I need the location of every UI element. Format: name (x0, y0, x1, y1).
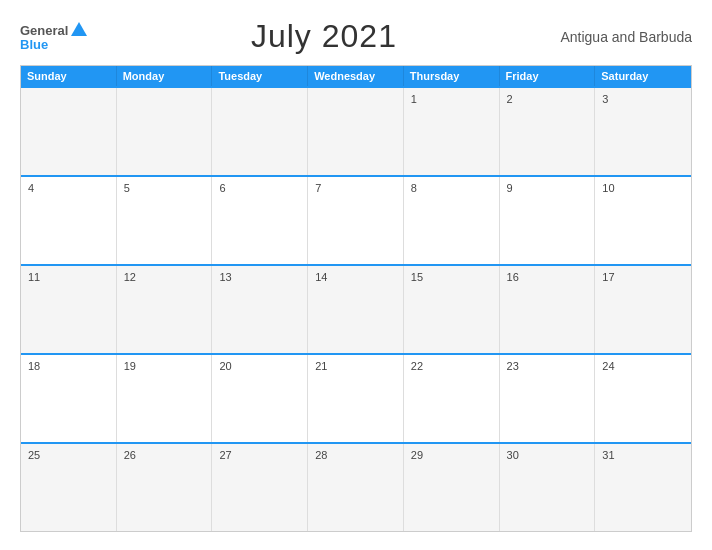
day-cell: 5 (117, 177, 213, 264)
day-cell: 9 (500, 177, 596, 264)
day-number: 11 (28, 271, 109, 283)
day-number: 20 (219, 360, 300, 372)
day-number: 13 (219, 271, 300, 283)
day-cell (21, 88, 117, 175)
day-header-friday: Friday (500, 66, 596, 86)
day-number: 21 (315, 360, 396, 372)
day-cell: 27 (212, 444, 308, 531)
day-cell (117, 88, 213, 175)
logo-blue-text: Blue (20, 38, 87, 51)
day-cell: 25 (21, 444, 117, 531)
day-cell: 22 (404, 355, 500, 442)
country-name: Antigua and Barbuda (560, 29, 692, 45)
day-number: 4 (28, 182, 109, 194)
day-number: 26 (124, 449, 205, 461)
day-cell: 10 (595, 177, 691, 264)
week-row-5: 25262728293031 (21, 442, 691, 531)
day-cell: 30 (500, 444, 596, 531)
days-header-row: SundayMondayTuesdayWednesdayThursdayFrid… (21, 66, 691, 86)
logo-text-stack: General Blue (20, 22, 87, 51)
day-header-monday: Monday (117, 66, 213, 86)
day-number: 27 (219, 449, 300, 461)
day-cell: 15 (404, 266, 500, 353)
day-number: 31 (602, 449, 684, 461)
day-number: 7 (315, 182, 396, 194)
calendar: SundayMondayTuesdayWednesdayThursdayFrid… (20, 65, 692, 532)
day-cell: 24 (595, 355, 691, 442)
day-number: 3 (602, 93, 684, 105)
logo: General Blue (20, 22, 87, 51)
day-number: 23 (507, 360, 588, 372)
logo-general-text: General (20, 24, 68, 37)
day-number: 19 (124, 360, 205, 372)
day-cell: 16 (500, 266, 596, 353)
day-cell: 31 (595, 444, 691, 531)
day-cell: 7 (308, 177, 404, 264)
day-cell: 2 (500, 88, 596, 175)
day-number: 14 (315, 271, 396, 283)
day-header-tuesday: Tuesday (212, 66, 308, 86)
day-number: 29 (411, 449, 492, 461)
day-cell: 21 (308, 355, 404, 442)
day-number: 6 (219, 182, 300, 194)
logo-triangle-icon (71, 22, 87, 36)
week-row-1: 123 (21, 86, 691, 175)
month-title: July 2021 (251, 18, 397, 55)
day-cell: 28 (308, 444, 404, 531)
day-number: 22 (411, 360, 492, 372)
day-number: 25 (28, 449, 109, 461)
day-number: 30 (507, 449, 588, 461)
day-cell: 26 (117, 444, 213, 531)
day-number: 24 (602, 360, 684, 372)
day-cell: 14 (308, 266, 404, 353)
day-number: 2 (507, 93, 588, 105)
day-cell: 3 (595, 88, 691, 175)
day-number: 16 (507, 271, 588, 283)
day-header-wednesday: Wednesday (308, 66, 404, 86)
day-cell: 8 (404, 177, 500, 264)
day-number: 5 (124, 182, 205, 194)
day-number: 9 (507, 182, 588, 194)
day-number: 1 (411, 93, 492, 105)
day-cell: 1 (404, 88, 500, 175)
day-cell: 6 (212, 177, 308, 264)
weeks-container: 1234567891011121314151617181920212223242… (21, 86, 691, 531)
day-number: 18 (28, 360, 109, 372)
day-number: 8 (411, 182, 492, 194)
day-cell: 18 (21, 355, 117, 442)
day-cell: 11 (21, 266, 117, 353)
day-cell: 29 (404, 444, 500, 531)
day-cell (308, 88, 404, 175)
day-cell (212, 88, 308, 175)
week-row-2: 45678910 (21, 175, 691, 264)
day-number: 15 (411, 271, 492, 283)
page: General Blue July 2021 Antigua and Barbu… (0, 0, 712, 550)
day-cell: 13 (212, 266, 308, 353)
day-number: 10 (602, 182, 684, 194)
day-header-sunday: Sunday (21, 66, 117, 86)
day-cell: 12 (117, 266, 213, 353)
week-row-3: 11121314151617 (21, 264, 691, 353)
day-cell: 20 (212, 355, 308, 442)
day-cell: 17 (595, 266, 691, 353)
day-header-thursday: Thursday (404, 66, 500, 86)
day-number: 17 (602, 271, 684, 283)
header: General Blue July 2021 Antigua and Barbu… (20, 18, 692, 55)
day-cell: 23 (500, 355, 596, 442)
day-header-saturday: Saturday (595, 66, 691, 86)
week-row-4: 18192021222324 (21, 353, 691, 442)
day-number: 12 (124, 271, 205, 283)
day-cell: 4 (21, 177, 117, 264)
day-cell: 19 (117, 355, 213, 442)
day-number: 28 (315, 449, 396, 461)
